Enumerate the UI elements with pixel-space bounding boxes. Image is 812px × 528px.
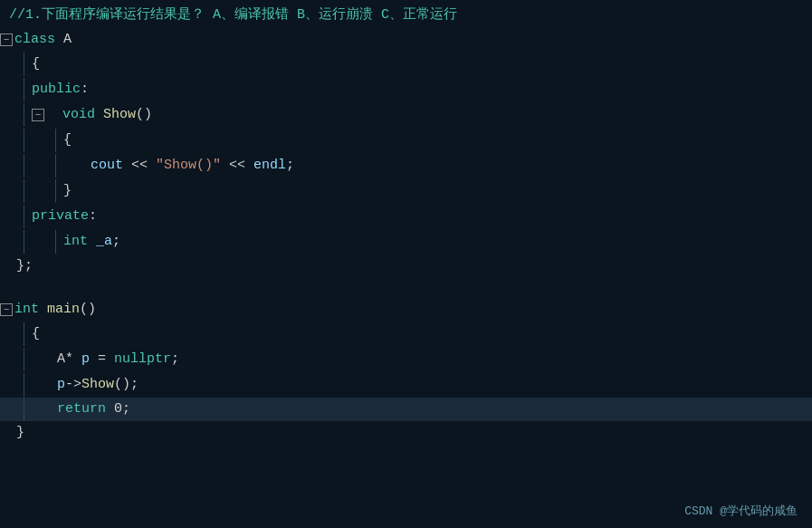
line-cout: cout << "Show()" << endl; [0,153,812,178]
line-show-brace-close: } [0,178,812,204]
public-label: public: [32,80,89,101]
line-ptr-decl: A* p = nullptr; [0,347,812,372]
line-call: p->Show(); [0,372,812,398]
line-class-end: }; [0,254,812,278]
comment-text: //1.下面程序编译运行结果是？ A、编译报错 B、运行崩溃 C、正常运行 [9,5,457,23]
ptr-decl: A* p = nullptr; [57,350,179,370]
watermark: CSDN @学代码的咸鱼 [684,503,798,519]
void-show: void Show() [62,105,152,126]
show-brace-open: { [63,130,72,151]
main-block: − int main() { A* p = nullptr; p->Show()… [0,298,812,445]
fold-show-icon[interactable]: − [32,109,44,121]
class-keyword: class A [14,30,72,51]
line-show-brace-open: { [0,128,812,153]
return-stmt: return 0; [57,399,130,420]
line-public: public: [0,77,812,102]
blank-line [0,278,812,298]
main-decl: int main() [14,300,96,321]
line-return: return 0; [0,398,812,421]
fold-class-icon[interactable]: − [0,34,13,46]
comment-line: //1.下面程序编译运行结果是？ A、编译报错 B、运行崩溃 C、正常运行 [0,0,812,28]
private-label: private: [32,206,97,227]
line-show-decl: − void Show() [0,102,812,128]
fold-main-icon[interactable]: − [0,303,13,316]
line-main-brace-open: { [0,322,812,347]
cout-statement: cout << "Show()" << endl; [91,156,294,177]
class-block: − class A { public: − void Show() [0,28,812,278]
main-brace-open: { [32,324,40,345]
line-brace-open: { [0,52,812,77]
member-int-a: int _a; [63,232,120,253]
call-show: p->Show(); [57,375,139,396]
code-editor: //1.下面程序编译运行结果是？ A、编译报错 B、运行崩溃 C、正常运行 − … [0,0,812,528]
line-main-end: } [0,421,812,445]
class-end-brace: }; [16,256,33,277]
main-brace-close: } [16,423,24,444]
line-member-a: int _a; [0,229,812,254]
show-brace-close: } [63,181,72,202]
line-class-decl: − class A [0,28,812,52]
line-main-decl: − int main() [0,298,812,322]
line-private: private: [0,204,812,229]
brace-open: { [32,54,40,75]
